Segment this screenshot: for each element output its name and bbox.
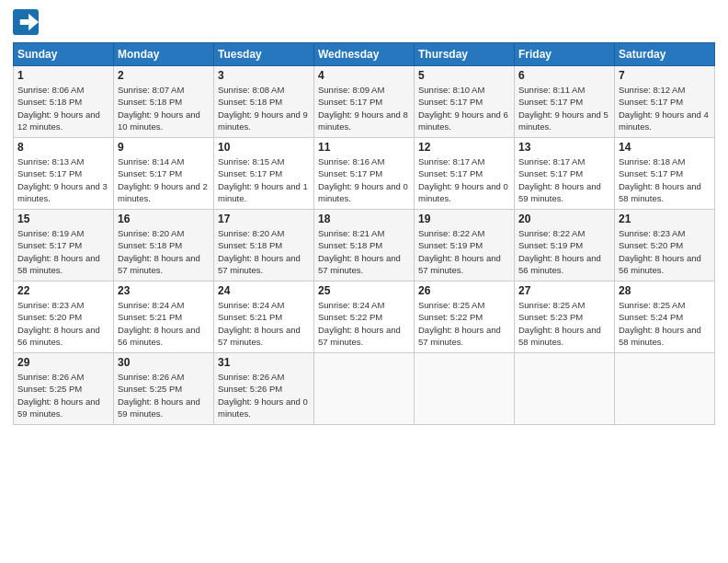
- day-info: Sunrise: 8:08 AM Sunset: 5:18 PM Dayligh…: [218, 84, 310, 132]
- weekday-header-row: SundayMondayTuesdayWednesdayThursdayFrid…: [14, 43, 715, 66]
- day-info: Sunrise: 8:26 AM Sunset: 5:26 PM Dayligh…: [218, 371, 310, 419]
- day-number: 1: [17, 69, 109, 82]
- day-number: 2: [118, 69, 210, 82]
- calendar-week-row: 22 Sunrise: 8:23 AM Sunset: 5:20 PM Dayl…: [14, 282, 715, 353]
- day-number: 4: [318, 69, 410, 82]
- calendar-cell: 12 Sunrise: 8:17 AM Sunset: 5:17 PM Dayl…: [415, 138, 515, 210]
- day-number: 16: [118, 213, 210, 225]
- day-info: Sunrise: 8:18 AM Sunset: 5:17 PM Dayligh…: [619, 155, 711, 204]
- calendar-week-row: 1 Sunrise: 8:06 AM Sunset: 5:18 PM Dayli…: [14, 66, 715, 138]
- calendar-cell: 6 Sunrise: 8:11 AM Sunset: 5:17 PM Dayli…: [515, 66, 615, 138]
- weekday-header-sunday: Sunday: [14, 43, 114, 66]
- logo: [13, 9, 40, 35]
- day-info: Sunrise: 8:17 AM Sunset: 5:17 PM Dayligh…: [418, 155, 510, 204]
- calendar-week-row: 8 Sunrise: 8:13 AM Sunset: 5:17 PM Dayli…: [14, 138, 715, 210]
- calendar-cell: 8 Sunrise: 8:13 AM Sunset: 5:17 PM Dayli…: [14, 138, 114, 210]
- day-info: Sunrise: 8:26 AM Sunset: 5:25 PM Dayligh…: [17, 371, 109, 419]
- calendar-cell: 17 Sunrise: 8:20 AM Sunset: 5:18 PM Dayl…: [214, 210, 314, 282]
- day-number: 31: [218, 356, 310, 369]
- day-number: 30: [118, 356, 210, 369]
- calendar-cell: [415, 353, 515, 425]
- calendar-table: SundayMondayTuesdayWednesdayThursdayFrid…: [13, 42, 715, 425]
- day-info: Sunrise: 8:21 AM Sunset: 5:18 PM Dayligh…: [318, 227, 410, 276]
- day-info: Sunrise: 8:14 AM Sunset: 5:17 PM Dayligh…: [118, 155, 210, 204]
- day-number: 13: [518, 141, 610, 154]
- calendar-cell: 4 Sunrise: 8:09 AM Sunset: 5:17 PM Dayli…: [314, 66, 415, 138]
- day-number: 7: [619, 69, 711, 82]
- calendar-cell: 24 Sunrise: 8:24 AM Sunset: 5:21 PM Dayl…: [214, 282, 314, 353]
- day-info: Sunrise: 8:24 AM Sunset: 5:21 PM Dayligh…: [218, 299, 310, 348]
- day-number: 26: [418, 284, 510, 297]
- day-info: Sunrise: 8:23 AM Sunset: 5:20 PM Dayligh…: [619, 227, 711, 276]
- day-number: 18: [318, 213, 410, 225]
- day-number: 12: [418, 141, 510, 154]
- day-number: 24: [218, 284, 310, 297]
- day-number: 27: [518, 284, 610, 297]
- day-info: Sunrise: 8:15 AM Sunset: 5:17 PM Dayligh…: [218, 155, 310, 204]
- day-number: 6: [518, 69, 610, 82]
- logo-icon: [13, 9, 39, 35]
- calendar-cell: 31 Sunrise: 8:26 AM Sunset: 5:26 PM Dayl…: [214, 353, 314, 425]
- day-number: 29: [17, 356, 109, 369]
- calendar-cell: 19 Sunrise: 8:22 AM Sunset: 5:19 PM Dayl…: [415, 210, 515, 282]
- day-info: Sunrise: 8:13 AM Sunset: 5:17 PM Dayligh…: [17, 155, 109, 204]
- calendar-cell: 23 Sunrise: 8:24 AM Sunset: 5:21 PM Dayl…: [114, 282, 214, 353]
- calendar-cell: 2 Sunrise: 8:07 AM Sunset: 5:18 PM Dayli…: [114, 66, 214, 138]
- day-info: Sunrise: 8:20 AM Sunset: 5:18 PM Dayligh…: [218, 227, 310, 276]
- day-number: 23: [118, 284, 210, 297]
- weekday-header-thursday: Thursday: [415, 43, 515, 66]
- day-number: 28: [619, 284, 711, 297]
- calendar-cell: 18 Sunrise: 8:21 AM Sunset: 5:18 PM Dayl…: [314, 210, 415, 282]
- day-info: Sunrise: 8:16 AM Sunset: 5:17 PM Dayligh…: [318, 155, 410, 204]
- calendar-cell: 22 Sunrise: 8:23 AM Sunset: 5:20 PM Dayl…: [14, 282, 114, 353]
- day-info: Sunrise: 8:25 AM Sunset: 5:24 PM Dayligh…: [619, 299, 711, 348]
- calendar-week-row: 29 Sunrise: 8:26 AM Sunset: 5:25 PM Dayl…: [14, 353, 715, 425]
- weekday-header-friday: Friday: [515, 43, 615, 66]
- header: [13, 9, 715, 35]
- calendar-cell: 9 Sunrise: 8:14 AM Sunset: 5:17 PM Dayli…: [114, 138, 214, 210]
- day-info: Sunrise: 8:22 AM Sunset: 5:19 PM Dayligh…: [518, 227, 610, 276]
- weekday-header-wednesday: Wednesday: [314, 43, 415, 66]
- weekday-header-tuesday: Tuesday: [214, 43, 314, 66]
- day-number: 10: [218, 141, 310, 154]
- day-number: 21: [619, 213, 711, 225]
- day-info: Sunrise: 8:06 AM Sunset: 5:18 PM Dayligh…: [17, 84, 109, 132]
- day-info: Sunrise: 8:12 AM Sunset: 5:17 PM Dayligh…: [619, 84, 711, 132]
- calendar-cell: 28 Sunrise: 8:25 AM Sunset: 5:24 PM Dayl…: [615, 282, 715, 353]
- day-number: 19: [418, 213, 510, 225]
- day-number: 22: [17, 284, 109, 297]
- day-number: 3: [218, 69, 310, 82]
- day-info: Sunrise: 8:20 AM Sunset: 5:18 PM Dayligh…: [118, 227, 210, 276]
- calendar-cell: 14 Sunrise: 8:18 AM Sunset: 5:17 PM Dayl…: [615, 138, 715, 210]
- weekday-header-monday: Monday: [114, 43, 214, 66]
- calendar-cell: [314, 353, 415, 425]
- calendar-cell: 20 Sunrise: 8:22 AM Sunset: 5:19 PM Dayl…: [515, 210, 615, 282]
- day-number: 11: [318, 141, 410, 154]
- calendar-cell: 11 Sunrise: 8:16 AM Sunset: 5:17 PM Dayl…: [314, 138, 415, 210]
- day-info: Sunrise: 8:25 AM Sunset: 5:22 PM Dayligh…: [418, 299, 510, 348]
- day-info: Sunrise: 8:11 AM Sunset: 5:17 PM Dayligh…: [518, 84, 610, 132]
- day-number: 5: [418, 69, 510, 82]
- calendar-cell: 25 Sunrise: 8:24 AM Sunset: 5:22 PM Dayl…: [314, 282, 415, 353]
- day-info: Sunrise: 8:19 AM Sunset: 5:17 PM Dayligh…: [17, 227, 109, 276]
- day-info: Sunrise: 8:09 AM Sunset: 5:17 PM Dayligh…: [318, 84, 410, 132]
- calendar-cell: 30 Sunrise: 8:26 AM Sunset: 5:25 PM Dayl…: [114, 353, 214, 425]
- calendar-cell: 15 Sunrise: 8:19 AM Sunset: 5:17 PM Dayl…: [14, 210, 114, 282]
- calendar-week-row: 15 Sunrise: 8:19 AM Sunset: 5:17 PM Dayl…: [14, 210, 715, 282]
- day-number: 25: [318, 284, 410, 297]
- calendar-cell: 7 Sunrise: 8:12 AM Sunset: 5:17 PM Dayli…: [615, 66, 715, 138]
- day-number: 9: [118, 141, 210, 154]
- day-info: Sunrise: 8:23 AM Sunset: 5:20 PM Dayligh…: [17, 299, 109, 348]
- calendar-cell: 13 Sunrise: 8:17 AM Sunset: 5:17 PM Dayl…: [515, 138, 615, 210]
- day-info: Sunrise: 8:22 AM Sunset: 5:19 PM Dayligh…: [418, 227, 510, 276]
- day-number: 20: [518, 213, 610, 225]
- day-info: Sunrise: 8:24 AM Sunset: 5:21 PM Dayligh…: [118, 299, 210, 348]
- day-number: 8: [17, 141, 109, 154]
- day-number: 14: [619, 141, 711, 154]
- weekday-header-saturday: Saturday: [615, 43, 715, 66]
- day-info: Sunrise: 8:07 AM Sunset: 5:18 PM Dayligh…: [118, 84, 210, 132]
- calendar-cell: 29 Sunrise: 8:26 AM Sunset: 5:25 PM Dayl…: [14, 353, 114, 425]
- calendar-cell: 10 Sunrise: 8:15 AM Sunset: 5:17 PM Dayl…: [214, 138, 314, 210]
- day-info: Sunrise: 8:10 AM Sunset: 5:17 PM Dayligh…: [418, 84, 510, 132]
- day-info: Sunrise: 8:17 AM Sunset: 5:17 PM Dayligh…: [518, 155, 610, 204]
